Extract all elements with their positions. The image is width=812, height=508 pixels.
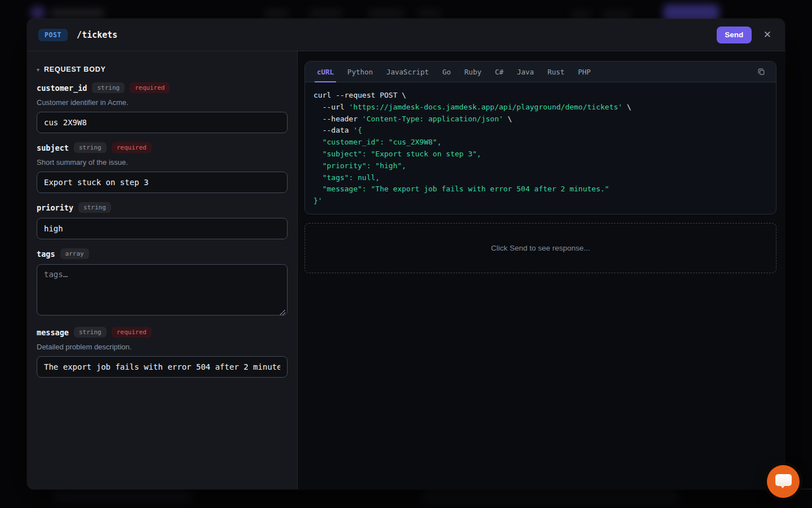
type-badge: string xyxy=(74,142,107,153)
code-snippet-card: cURLPythonJavaScriptGoRubyC#JavaRustPHP … xyxy=(304,61,776,214)
tags-textarea[interactable] xyxy=(37,264,288,316)
code-line: "tags": null, xyxy=(314,172,767,184)
api-playground-modal: POST /tickets Send ✕ ▾ REQUEST BODY cust… xyxy=(27,19,785,489)
code-line: "message": "The export job fails with er… xyxy=(314,183,767,195)
field-group: subject string required Short summary of… xyxy=(37,142,288,193)
field-group: message string required Detailed problem… xyxy=(37,327,288,378)
required-badge: required xyxy=(130,82,170,93)
field-header: message string required xyxy=(37,327,288,338)
code-line: --header 'Content-Type: application/json… xyxy=(314,113,767,125)
code-sample-panel: cURLPythonJavaScriptGoRubyC#JavaRustPHP … xyxy=(298,51,785,489)
background-nav-items xyxy=(417,10,441,17)
tab-php[interactable]: PHP xyxy=(578,62,591,82)
field-control xyxy=(37,356,288,378)
field-name-label: message xyxy=(37,328,69,337)
code-line: --url 'https://jamdesk-docs.jamdesk.app/… xyxy=(314,102,767,113)
resize-handle-icon[interactable] xyxy=(280,310,285,316)
request-body-section-header[interactable]: ▾ REQUEST BODY xyxy=(37,65,288,73)
field-description: Customer identifier in Acme. xyxy=(37,98,288,107)
tab-javascript[interactable]: JavaScript xyxy=(386,62,429,82)
language-tab-bar: cURLPythonJavaScriptGoRubyC#JavaRustPHP xyxy=(305,62,776,82)
copy-icon[interactable] xyxy=(754,65,768,78)
tab-rust[interactable]: Rust xyxy=(548,62,564,82)
tab-python[interactable]: Python xyxy=(347,62,373,82)
section-title: REQUEST BODY xyxy=(44,65,106,73)
background-footer-content xyxy=(422,489,678,503)
field-control xyxy=(37,112,288,133)
field-description: Short summary of the issue. xyxy=(37,158,288,167)
field-group: customer_id string required Customer ide… xyxy=(37,82,288,133)
endpoint-path: /tickets xyxy=(77,30,117,40)
tab-curl[interactable]: cURL xyxy=(317,62,334,82)
send-button[interactable]: Send xyxy=(717,27,752,43)
code-block: curl --request POST \ --url 'https://jam… xyxy=(305,82,776,214)
modal-header: POST /tickets Send ✕ xyxy=(27,19,785,51)
type-badge: string xyxy=(78,202,111,213)
message-input[interactable] xyxy=(37,356,288,378)
background-header-links xyxy=(602,12,632,17)
field-control xyxy=(37,264,288,318)
request-body-panel: ▾ REQUEST BODY customer_id string requir… xyxy=(27,51,298,489)
field-control xyxy=(37,218,288,239)
field-control xyxy=(37,172,288,193)
background-header-links xyxy=(571,12,591,17)
background-logo-glow xyxy=(30,6,45,20)
modal-body: ▾ REQUEST BODY customer_id string requir… xyxy=(27,51,785,489)
code-line: "subject": "Export stuck on step 3", xyxy=(314,148,767,160)
field-header: tags array xyxy=(37,248,288,259)
background-nav-items xyxy=(368,10,404,17)
type-badge: string xyxy=(92,82,125,93)
type-badge: string xyxy=(74,327,107,338)
field-header: subject string required xyxy=(37,142,288,153)
tab-c[interactable]: C# xyxy=(495,62,504,82)
subject-input[interactable] xyxy=(37,172,288,193)
code-line: "priority": "high", xyxy=(314,160,767,172)
field-header: priority string xyxy=(37,202,288,213)
background-nav-items xyxy=(309,10,343,17)
response-placeholder-text: Click Send to see response... xyxy=(491,244,590,252)
required-badge: required xyxy=(112,327,152,338)
code-line: }' xyxy=(314,195,767,207)
field-name-label: tags xyxy=(37,249,55,259)
field-name-label: customer_id xyxy=(37,84,87,93)
field-name-label: subject xyxy=(37,143,69,152)
code-line: curl --request POST \ xyxy=(314,90,767,102)
field-group: priority string xyxy=(37,202,288,239)
background-logo-text xyxy=(50,9,105,17)
chevron-down-icon: ▾ xyxy=(37,67,39,73)
code-line: "customer_id": "cus_2X9W8", xyxy=(314,137,767,148)
required-badge: required xyxy=(112,142,152,153)
type-badge: array xyxy=(60,248,89,259)
customer_id-input[interactable] xyxy=(37,112,288,133)
tab-ruby[interactable]: Ruby xyxy=(465,62,482,82)
fields-list: customer_id string required Customer ide… xyxy=(37,82,288,378)
chat-launcher-button[interactable] xyxy=(767,465,800,498)
tab-java[interactable]: Java xyxy=(517,62,534,82)
http-method-badge: POST xyxy=(38,29,68,41)
header-actions: Send ✕ xyxy=(717,27,776,43)
chat-bubble-icon xyxy=(775,474,792,486)
field-group: tags array xyxy=(37,248,288,318)
background-nav-items xyxy=(264,10,289,17)
close-icon[interactable]: ✕ xyxy=(759,28,776,42)
field-description: Detailed problem description. xyxy=(37,343,288,351)
tab-go[interactable]: Go xyxy=(443,62,451,82)
response-placeholder: Click Send to see response... xyxy=(304,223,776,273)
field-header: customer_id string required xyxy=(37,82,288,93)
priority-input[interactable] xyxy=(37,218,288,239)
field-name-label: priority xyxy=(37,203,73,212)
background-footer-content xyxy=(54,490,192,502)
code-line: --data '{ xyxy=(314,125,767,137)
